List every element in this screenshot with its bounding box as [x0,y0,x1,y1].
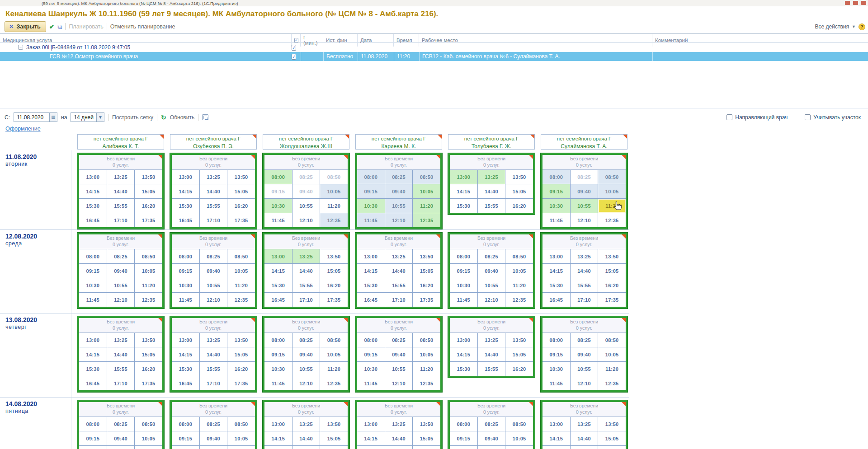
time-slot[interactable]: 09:15 [79,431,107,445]
time-slot[interactable]: 08:00 [264,333,292,347]
time-slot[interactable]: 15:05 [598,264,626,278]
window-control-icon[interactable] [861,1,866,5]
time-slot[interactable]: 15:55 [478,199,505,213]
time-slot[interactable]: 08:25 [200,417,227,431]
time-slot[interactable]: 11:20 [505,278,533,292]
time-slot[interactable]: 10:05 [598,347,626,361]
time-slot[interactable]: 17:35 [598,293,626,307]
time-slot[interactable]: 10:30 [172,278,199,292]
time-slot[interactable]: 08:00 [79,249,107,263]
time-slot[interactable]: 10:30 [79,446,107,449]
time-slot[interactable]: 08:50 [505,249,533,263]
time-slot[interactable]: 15:05 [135,184,162,198]
time-slot[interactable]: 14:40 [385,264,413,278]
order-checkbox[interactable]: ✓ [292,45,296,51]
time-slot[interactable]: 11:20 [598,199,626,213]
time-slot[interactable]: 08:50 [135,417,162,431]
time-slot[interactable]: 15:05 [320,431,348,445]
time-slot[interactable]: 12:10 [385,376,413,390]
time-slot[interactable]: 11:45 [264,376,292,390]
time-slot[interactable]: 17:10 [292,293,320,307]
time-slot[interactable]: 12:10 [478,293,505,307]
time-slot[interactable]: 11:20 [320,362,348,376]
time-slot[interactable]: 08:25 [478,417,505,431]
time-slot[interactable]: 13:00 [450,170,477,184]
time-slot[interactable]: 16:20 [320,278,348,292]
time-slot[interactable]: 14:15 [450,184,477,198]
time-slot[interactable]: 12:10 [292,213,320,227]
refresh-button[interactable]: Обновить [170,114,194,121]
time-slot[interactable]: 10:55 [200,278,227,292]
time-slot[interactable]: 09:40 [571,184,598,198]
date-from-input[interactable]: 11.08.2020 ▦ [14,112,57,122]
time-slot[interactable]: 11:45 [450,293,477,307]
time-slot[interactable]: 15:55 [385,446,413,449]
time-slot[interactable]: 10:30 [79,278,107,292]
time-slot[interactable]: 12:10 [385,213,413,227]
time-slot[interactable]: 15:30 [264,446,292,449]
time-slot[interactable]: 15:30 [542,446,570,449]
time-slot[interactable]: 13:50 [320,249,348,263]
time-slot[interactable]: 09:15 [172,431,199,445]
time-slot[interactable]: 10:30 [450,278,477,292]
time-slot[interactable]: 09:40 [107,431,135,445]
time-slot[interactable]: 13:25 [571,417,598,431]
time-slot[interactable]: 15:55 [292,446,320,449]
time-slot[interactable]: 11:45 [542,376,570,390]
time-slot[interactable]: 12:35 [320,376,348,390]
time-slot[interactable]: 15:55 [292,278,320,292]
time-slot[interactable]: 13:50 [598,249,626,263]
time-slot[interactable]: 13:00 [357,417,385,431]
time-slot[interactable]: 08:25 [107,417,135,431]
time-slot[interactable]: 17:35 [320,293,348,307]
time-slot[interactable]: 08:50 [505,417,533,431]
time-slot[interactable]: 12:10 [571,376,598,390]
time-slot[interactable]: 15:30 [79,362,107,376]
time-slot[interactable]: 13:25 [107,333,135,347]
time-slot[interactable]: 13:25 [292,417,320,431]
time-slot[interactable]: 10:55 [385,199,413,213]
doctor-column-header[interactable]: нет семейного врача ГАлибаева К. Т. [77,134,164,150]
time-slot[interactable]: 16:45 [172,213,199,227]
time-slot[interactable]: 13:50 [505,333,533,347]
time-slot[interactable]: 16:20 [227,199,255,213]
build-grid-button[interactable]: Построить сетку [112,114,153,121]
window-control-icon[interactable] [845,1,850,5]
time-slot[interactable]: 10:55 [292,362,320,376]
time-slot[interactable]: 11:45 [264,213,292,227]
time-slot[interactable]: 12:35 [320,213,348,227]
period-value[interactable]: 14 дней [71,113,96,122]
time-slot[interactable]: 08:25 [385,333,413,347]
time-slot[interactable]: 08:50 [320,333,348,347]
doctor-column-header[interactable]: нет семейного врача ГТолубаева Г. Ж. [448,134,535,150]
time-slot[interactable]: 10:05 [413,184,440,198]
period-select[interactable]: 14 дней ▼ [71,112,104,122]
time-slot[interactable]: 14:15 [450,347,477,361]
time-slot[interactable]: 08:25 [571,170,598,184]
time-slot[interactable]: 13:50 [135,333,162,347]
time-slot[interactable]: 11:45 [357,376,385,390]
time-slot[interactable]: 10:30 [542,362,570,376]
time-slot[interactable]: 09:15 [264,184,292,198]
time-slot[interactable]: 08:50 [227,249,255,263]
time-slot[interactable]: 13:00 [264,417,292,431]
time-slot[interactable]: 13:00 [542,249,570,263]
time-slot[interactable]: 09:40 [292,184,320,198]
time-slot[interactable]: 08:00 [450,249,477,263]
time-slot[interactable]: 14:15 [542,431,570,445]
time-slot[interactable]: 08:25 [571,333,598,347]
time-slot[interactable]: 17:35 [227,213,255,227]
time-slot[interactable]: 09:40 [107,264,135,278]
time-slot[interactable]: 15:55 [571,446,598,449]
time-slot[interactable]: 10:30 [264,362,292,376]
time-slot[interactable]: 10:05 [598,184,626,198]
time-slot[interactable]: 15:55 [478,362,505,376]
window-control-icon[interactable] [853,1,858,5]
time-slot[interactable]: 08:50 [598,170,626,184]
time-slot[interactable]: 17:35 [135,213,162,227]
time-slot[interactable]: 14:40 [478,184,505,198]
time-slot[interactable]: 13:50 [135,170,162,184]
time-slot[interactable]: 16:45 [264,293,292,307]
time-slot[interactable]: 16:20 [505,199,533,213]
time-slot[interactable]: 16:45 [79,376,107,390]
